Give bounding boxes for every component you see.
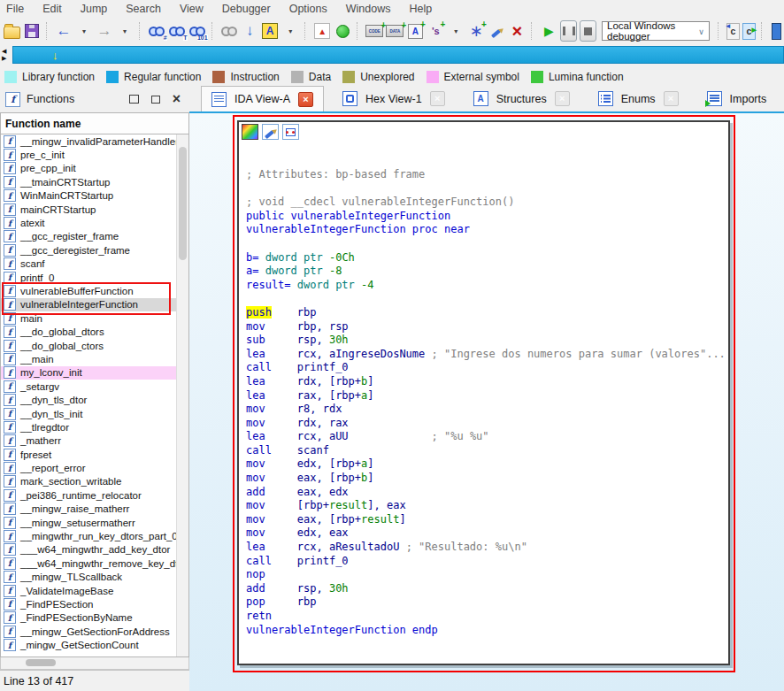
save-database-icon[interactable] — [23, 21, 41, 41]
code-line[interactable]: lea rdx, [rbp+b] — [246, 375, 726, 389]
function-row-maincrtstartup[interactable]: fmainCRTStartup — [1, 203, 188, 216]
code-line[interactable] — [246, 182, 726, 196]
function-row-mingw-setusermatherr[interactable]: f__mingw_setusermatherr — [1, 516, 188, 529]
function-row-w64-mingwthr-add-key-dtor[interactable]: f___w64_mingwthr_add_key_dtor — [1, 543, 188, 557]
problems-icon[interactable] — [313, 21, 331, 41]
code-line[interactable]: result= dword ptr -4 — [246, 279, 726, 293]
compile-icon[interactable]: ◄c — [726, 23, 740, 40]
search-text-binoculars-icon[interactable]: T — [168, 21, 186, 41]
code-line[interactable]: b= dword ptr -0Ch — [246, 251, 726, 265]
node-edit-icon[interactable] — [262, 124, 279, 140]
ascii-string-dropdown-icon[interactable] — [281, 21, 299, 41]
tab-hex-view-1[interactable]: Hex View-1× — [333, 86, 455, 111]
code-line[interactable]: lea rax, [rbp+a] — [246, 389, 726, 403]
code-line[interactable]: lea rcx, aUU ; "%u %u" — [246, 430, 726, 444]
code-line[interactable]: push rbp — [246, 306, 726, 320]
notes-icon[interactable] — [772, 23, 781, 40]
make-name-icon[interactable] — [406, 21, 424, 41]
code-line[interactable]: mov eax, [rbp+b] — [246, 472, 726, 486]
code-line[interactable]: mov rdx, rax — [246, 417, 726, 431]
code-line[interactable]: lea rcx, aResultadoU ; "Resultado: %u\n" — [246, 541, 726, 555]
function-row-mingw-raise-matherr[interactable]: f__mingw_raise_matherr — [1, 503, 188, 516]
function-row-mingw-getsectioncount[interactable]: f_mingw_GetSectionCount — [1, 638, 188, 651]
function-name-column-header[interactable]: Function name — [0, 112, 189, 134]
enabled-marker-icon[interactable] — [334, 21, 351, 41]
code-line[interactable]: retn — [246, 610, 726, 624]
function-row-mingw-invalidparameterhandler[interactable]: f__mingw_invalidParameterHandler — [1, 134, 188, 148]
code-line[interactable] — [246, 237, 726, 251]
menu-help[interactable]: Help — [409, 3, 432, 15]
menu-file[interactable]: File — [6, 3, 24, 15]
tab-close-button[interactable]: × — [298, 92, 313, 107]
code-line[interactable]: pop rbp — [246, 595, 726, 610]
code-line[interactable]: add rsp, 30h — [246, 582, 726, 596]
function-row-gcc-register-frame[interactable]: f__gcc_register_frame — [1, 230, 188, 243]
menu-debugger[interactable]: Debugger — [222, 3, 271, 15]
code-line[interactable]: ; Attributes: bp-based frame — [246, 168, 726, 182]
function-row-dyn-tls-init[interactable]: f__dyn_tls_init — [1, 407, 188, 420]
function-row-setargv[interactable]: f_setargv — [1, 380, 188, 393]
make-code-icon[interactable] — [365, 21, 383, 41]
code-line[interactable]: mov [rbp+result], eax — [246, 499, 726, 513]
node-color-palette-icon[interactable] — [242, 124, 258, 140]
function-row-report-error[interactable]: f__report_error — [1, 461, 188, 474]
panel-close-button[interactable] — [169, 92, 184, 107]
function-row-do-global-ctors[interactable]: f__do_global_ctors — [1, 339, 188, 352]
tab-close-button[interactable]: × — [555, 91, 570, 106]
tab-enums[interactable]: Enums× — [588, 86, 688, 111]
navigate-back-icon[interactable] — [55, 21, 73, 41]
jump-down-icon[interactable] — [241, 21, 258, 41]
make-string-dropdown-icon[interactable] — [447, 21, 465, 41]
function-row-gcc-deregister-frame[interactable]: f__gcc_deregister_frame — [1, 243, 188, 257]
function-row-dyn-tls-dtor[interactable]: f__dyn_tls_dtor — [1, 393, 188, 406]
navigate-back-dropdown-icon[interactable] — [75, 21, 93, 41]
code-line[interactable]: mov r8, rdx — [246, 403, 726, 417]
code-line[interactable]: call scanf — [246, 444, 726, 458]
node-group-icon[interactable] — [282, 124, 299, 140]
code-line[interactable]: vulnerableIntegerFunction proc near — [246, 223, 726, 237]
function-row-findpesectionbyname[interactable]: f_FindPESectionByName — [1, 611, 188, 625]
panel-float-button[interactable] — [148, 92, 163, 107]
code-line[interactable]: vulnerableIntegerFunction endp — [246, 624, 726, 638]
function-row-atexit[interactable]: fatexit — [1, 216, 188, 229]
navigate-forward-icon[interactable] — [96, 21, 113, 41]
code-line[interactable]: ; void __cdecl vulnerableIntegerFunction… — [246, 196, 726, 210]
navigation-arrows[interactable] — [2, 48, 11, 62]
function-row-validateimagebase[interactable]: f_ValidateImageBase — [1, 584, 188, 597]
code-line[interactable]: public vulnerableIntegerFunction — [246, 210, 726, 224]
panel-maximize-button[interactable] — [127, 92, 142, 107]
function-row-mingw-tlscallback[interactable]: f__mingw_TLScallback — [1, 571, 188, 584]
function-row-my-lconv-init[interactable]: fmy_lconv_init — [1, 366, 188, 380]
menu-jump[interactable]: Jump — [81, 3, 108, 15]
tab-ida-view-a[interactable]: IDA View-A× — [201, 86, 324, 111]
graph-view[interactable]: ; Attributes: bp-based frame ; void __cd… — [189, 113, 784, 691]
ascii-string-icon[interactable] — [261, 21, 279, 41]
function-row-pre-c-init[interactable]: fpre_c_init — [1, 148, 188, 161]
function-row-matherr[interactable]: f_matherr — [1, 434, 188, 448]
function-row-main[interactable]: f__main — [1, 352, 188, 365]
function-row-main[interactable]: fmain — [1, 311, 188, 325]
code-line[interactable]: mov rbp, rsp — [246, 320, 726, 334]
navigation-bar[interactable] — [12, 46, 784, 64]
undefine-icon[interactable] — [508, 21, 526, 41]
code-line[interactable]: sub rsp, 30h — [246, 334, 726, 348]
menu-options[interactable]: Options — [289, 3, 327, 15]
make-string-icon[interactable] — [427, 21, 444, 41]
make-data-icon[interactable] — [386, 21, 404, 41]
make-array-icon[interactable] — [467, 21, 485, 41]
scrollbar-thumb[interactable] — [179, 147, 187, 260]
function-row-printf-0[interactable]: fprintf_0 — [1, 271, 188, 284]
debugger-select[interactable]: Local Windows debugger — [602, 21, 710, 41]
code-line[interactable]: lea rcx, aIngreseDosNume ; "Ingrese dos … — [246, 348, 726, 362]
edit-icon[interactable] — [488, 21, 505, 41]
tab-structures[interactable]: Structures× — [464, 86, 580, 111]
code-line[interactable]: mov edx, eax — [246, 526, 726, 541]
menu-windows[interactable]: Windows — [346, 3, 391, 15]
function-row-winmaincrtstartup[interactable]: fWinMainCRTStartup — [1, 189, 188, 203]
function-row-pei386-runtime-relocator[interactable]: f_pei386_runtime_relocator — [1, 488, 188, 502]
code-line[interactable]: nop — [246, 568, 726, 582]
function-row-w64-mingwthr-remove-key-dtor[interactable]: f___w64_mingwthr_remove_key_dtor — [1, 557, 188, 570]
code-line[interactable]: call printf_0 — [246, 555, 726, 569]
function-row-mingw-getsectionforaddress[interactable]: f__mingw_GetSectionForAddress — [1, 625, 188, 638]
code-node[interactable]: ; Attributes: bp-based frame ; void __cd… — [237, 120, 730, 665]
